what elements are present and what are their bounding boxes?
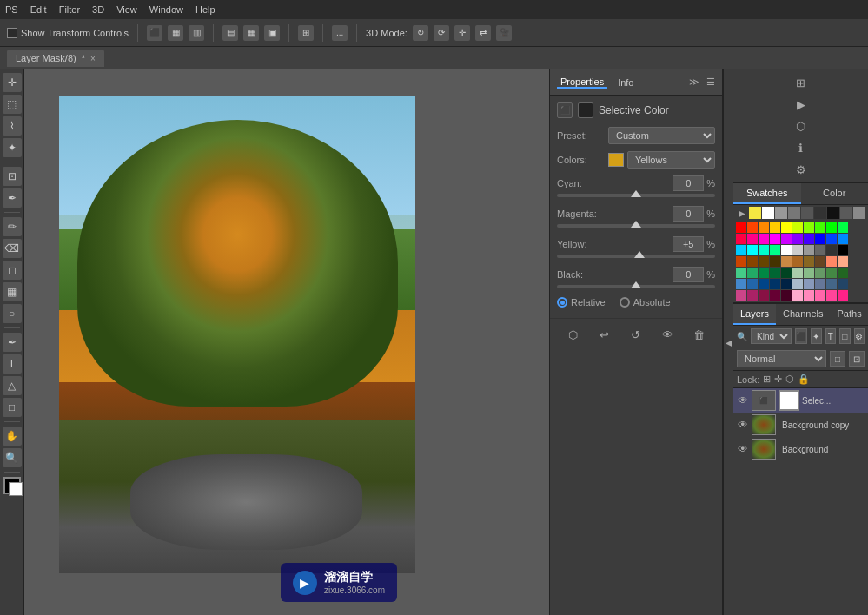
swatch-raspberry[interactable] [747, 290, 758, 301]
swatch-violet[interactable] [792, 234, 803, 244]
swatch-play-btn[interactable]: ▶ [736, 207, 748, 219]
3d-view-icon[interactable]: ⬡ [792, 116, 811, 136]
3d-pan-icon[interactable]: ⟳ [434, 25, 449, 41]
tab-color[interactable]: Color [801, 183, 869, 204]
menu-edit[interactable]: Edit [30, 4, 47, 15]
swatch-steel-blue[interactable] [736, 279, 746, 289]
swatch-emerald[interactable] [736, 268, 746, 278]
tab-swatches[interactable]: Swatches [733, 183, 801, 204]
reset-icon[interactable]: ↺ [627, 326, 645, 343]
opacity-icon[interactable]: □ [830, 351, 845, 367]
swatch-white2[interactable] [781, 245, 792, 255]
swatch-green[interactable] [826, 222, 837, 233]
swatch-yellow-green[interactable] [792, 222, 803, 233]
swatch-navy-blue[interactable] [770, 279, 780, 289]
brush-tool[interactable]: ✏ [3, 217, 22, 236]
swatch-red[interactable] [736, 222, 746, 233]
swatch-med-gray[interactable] [804, 245, 814, 255]
select-tool[interactable]: ⬚ [3, 95, 22, 114]
move-tool[interactable]: ✛ [3, 73, 22, 92]
swatch-blue[interactable] [815, 234, 825, 244]
lock-all-icon[interactable]: 🔒 [798, 374, 810, 385]
magenta-slider-thumb[interactable] [631, 221, 641, 228]
swatch-mint[interactable] [770, 245, 780, 255]
menu-ps[interactable]: PS [5, 4, 18, 15]
swatch-moss[interactable] [826, 268, 837, 278]
3d-slide-icon[interactable]: ⇄ [475, 25, 491, 41]
swatch-yellow2[interactable] [781, 222, 792, 233]
crop-tool[interactable]: ⊡ [3, 167, 22, 186]
swatch-neon-pink[interactable] [838, 290, 848, 301]
layer-eye-1[interactable]: 👁 [737, 394, 749, 407]
swatch-deep-green[interactable] [838, 268, 848, 278]
swatch-light-gray[interactable] [792, 245, 803, 255]
swatch-gray2[interactable] [788, 207, 800, 219]
relative-radio[interactable]: Relative [557, 297, 606, 308]
swatch-hunter-green[interactable] [770, 268, 780, 278]
layer-filter-smart[interactable]: ⚙ [854, 328, 865, 344]
layer-item-selective-color[interactable]: 👁 ⬛ Selec... [733, 388, 868, 413]
lock-artboard-icon[interactable]: ⬡ [785, 374, 794, 385]
swatch-peach[interactable] [826, 256, 837, 267]
swatch-dark-tan[interactable] [804, 256, 814, 267]
absolute-radio[interactable]: Absolute [620, 297, 671, 308]
swatch-very-dark-blue[interactable] [781, 279, 792, 289]
tab-paths[interactable]: Paths [831, 304, 868, 325]
cyan-slider-track[interactable] [557, 194, 715, 197]
lasso-tool[interactable]: ⌇ [3, 116, 22, 136]
layers-kind-select[interactable]: Kind [751, 328, 792, 344]
swatch-darker-gray[interactable] [826, 245, 837, 255]
3d-orbit-icon[interactable]: ✛ [454, 25, 470, 41]
layer-filter-shape[interactable]: □ [839, 328, 851, 344]
swatch-green-yellow[interactable] [804, 222, 814, 233]
swatch-medgray[interactable] [853, 207, 865, 219]
swatch-light-pink[interactable] [792, 290, 803, 301]
menu-3d[interactable]: 3D [92, 4, 104, 15]
black-slider-thumb[interactable] [631, 281, 641, 288]
swatch-sienna[interactable] [815, 256, 825, 267]
swatch-amber[interactable] [770, 222, 780, 233]
menu-help[interactable]: Help [195, 4, 215, 15]
swatch-dark-brown[interactable] [759, 256, 769, 267]
visibility-icon[interactable]: 👁 [659, 326, 676, 343]
layer-filter-type[interactable]: T [825, 328, 837, 344]
menu-filter[interactable]: Filter [59, 4, 80, 15]
collapse-handle[interactable]: ◀ [723, 69, 733, 615]
align-top-icon[interactable]: ▤ [222, 25, 238, 41]
swatch-cyan[interactable] [747, 245, 758, 255]
properties-expand-icon[interactable]: ≫ [689, 76, 699, 88]
tab-info[interactable]: Info [614, 77, 637, 88]
show-transform-item[interactable]: Show Transform Controls [7, 28, 129, 38]
adjust-icon[interactable]: ⚙ [792, 160, 811, 179]
canvas-area[interactable]: ▶ 溜溜自学 zixue.3066.com [24, 69, 549, 615]
yellow-input[interactable] [673, 236, 704, 252]
swatch-fern[interactable] [815, 268, 825, 278]
layer-eye-3[interactable]: 👁 [737, 443, 749, 455]
layer-item-bg-copy[interactable]: 👁 Background copy [733, 413, 868, 437]
swatch-white[interactable] [762, 207, 774, 219]
swatch-green2[interactable] [838, 222, 848, 233]
lock-position-icon[interactable]: ✛ [774, 374, 782, 385]
swatch-blue-violet[interactable] [804, 234, 814, 244]
swatch-pale-blue[interactable] [792, 279, 803, 289]
menu-view[interactable]: View [116, 4, 137, 15]
path-tool[interactable]: △ [3, 376, 22, 395]
distribute-icon[interactable]: ⊞ [298, 25, 314, 41]
swatch-tan[interactable] [781, 256, 792, 267]
align-left-icon[interactable]: ⬛ [147, 25, 162, 41]
yellow-slider-thumb[interactable] [634, 251, 645, 258]
swatch-aqua[interactable] [759, 245, 769, 255]
tab-properties[interactable]: Properties [557, 76, 607, 89]
black-input[interactable] [673, 267, 704, 282]
relative-radio-dot[interactable] [557, 297, 567, 308]
swatch-sage[interactable] [804, 268, 814, 278]
absolute-radio-dot[interactable] [620, 297, 630, 308]
swatch-fuchsia[interactable] [770, 234, 780, 244]
canvas-tab[interactable]: Layer Mask/8) * × [7, 50, 104, 67]
swatch-rose[interactable] [736, 234, 746, 244]
swatch-lime[interactable] [815, 222, 825, 233]
info-icon[interactable]: ℹ [792, 138, 811, 157]
swatch-pink[interactable] [747, 234, 758, 244]
swatch-cyan-blue[interactable] [736, 245, 746, 255]
swatch-very-dark-maroon[interactable] [781, 290, 792, 301]
